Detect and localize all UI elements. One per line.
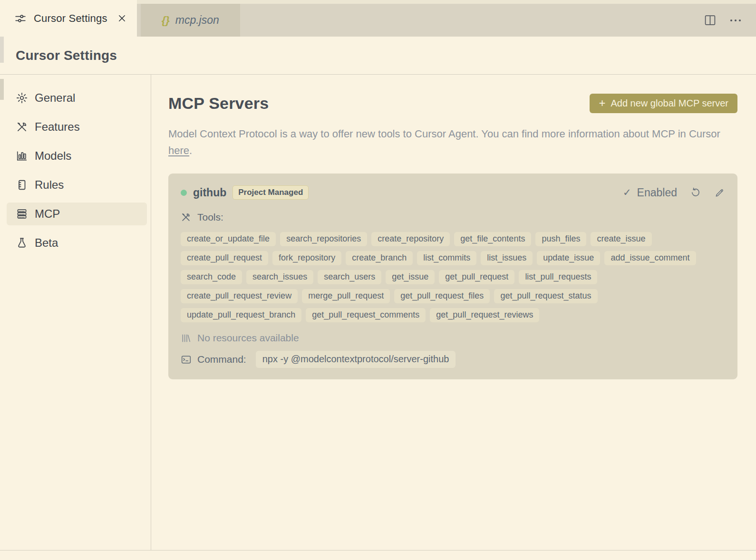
- tab-bar-actions: [704, 4, 756, 37]
- sidebar-item-beta[interactable]: Beta: [7, 232, 147, 254]
- tool-tag: create_pull_request: [181, 251, 268, 265]
- sidebar-item-models[interactable]: Models: [7, 145, 147, 167]
- tool-tag: create_issue: [591, 232, 651, 246]
- command-label: Command:: [197, 354, 246, 365]
- page-title: Cursor Settings: [16, 48, 117, 63]
- more-actions-icon[interactable]: [729, 19, 742, 22]
- rules-doc-icon: [16, 179, 28, 191]
- mcp-server-card: github Project Managed ✓ Enabled: [168, 174, 737, 379]
- settings-sidebar: General Features Models: [0, 75, 151, 550]
- tab-label: Cursor Settings: [34, 12, 107, 25]
- tool-tag: get_pull_request_files: [394, 289, 490, 303]
- sidebar-item-label: Models: [35, 149, 71, 163]
- tool-tag: push_files: [535, 232, 586, 246]
- tool-tag: list_pull_requests: [519, 270, 597, 284]
- sidebar-item-label: General: [35, 91, 75, 105]
- section-description: Model Context Protocol is a way to offer…: [168, 126, 725, 159]
- flask-icon: [16, 237, 28, 249]
- editor-tab-bar: Cursor Settings {} mcp.json: [0, 0, 756, 37]
- check-icon: ✓: [623, 187, 631, 198]
- terminal-icon: [181, 354, 192, 365]
- resources-books-icon: [181, 333, 192, 344]
- enabled-toggle[interactable]: ✓ Enabled: [623, 186, 677, 199]
- sidebar-item-features[interactable]: Features: [7, 116, 147, 138]
- tools-icon: [181, 212, 191, 222]
- tab-mcp-json[interactable]: {} mcp.json: [141, 4, 240, 37]
- tab-cursor-settings[interactable]: Cursor Settings: [0, 0, 137, 37]
- tool-tag: get_pull_request_reviews: [430, 308, 539, 322]
- section-title: MCP Servers: [168, 94, 269, 113]
- sliders-icon: [14, 12, 27, 25]
- split-editor-icon[interactable]: [704, 15, 716, 26]
- tool-tag: update_pull_request_branch: [181, 308, 301, 322]
- tool-tag: update_issue: [537, 251, 600, 265]
- tool-tags: create_or_update_filesearch_repositories…: [181, 232, 725, 322]
- tool-tag: create_branch: [346, 251, 413, 265]
- project-managed-badge: Project Managed: [233, 185, 309, 200]
- edit-pencil-icon[interactable]: [714, 187, 725, 198]
- sidebar-item-general[interactable]: General: [7, 87, 147, 109]
- bottom-divider: [0, 550, 756, 550]
- add-global-mcp-server-button[interactable]: + Add new global MCP server: [590, 94, 737, 113]
- tools-label: Tools:: [197, 212, 223, 223]
- tool-tag: create_or_update_file: [181, 232, 276, 246]
- add-button-label: Add new global MCP server: [611, 98, 728, 109]
- here-link[interactable]: here: [168, 145, 189, 156]
- tool-tag: search_issues: [246, 270, 313, 284]
- tab-label: mcp.json: [175, 14, 219, 27]
- tool-tag: list_commits: [417, 251, 476, 265]
- tool-tag: search_repositories: [280, 232, 367, 246]
- gear-icon: [16, 92, 28, 104]
- tool-tag: get_pull_request: [439, 270, 514, 284]
- tool-tag: get_pull_request_comments: [306, 308, 426, 322]
- enabled-label: Enabled: [637, 186, 677, 199]
- resources-text: No resources available: [197, 332, 299, 344]
- tool-tag: get_issue: [386, 270, 435, 284]
- command-value: npx -y @modelcontextprotocol/server-gith…: [256, 351, 456, 368]
- bar-chart-icon: [16, 150, 28, 162]
- sidebar-item-label: Features: [35, 120, 80, 134]
- tool-tag: merge_pull_request: [302, 289, 390, 303]
- close-icon[interactable]: [117, 14, 126, 23]
- tool-tag: create_repository: [371, 232, 450, 246]
- refresh-icon[interactable]: [690, 187, 701, 198]
- edge-strip: [0, 36, 4, 63]
- tool-tag: list_issues: [481, 251, 533, 265]
- edge-strip: [0, 79, 4, 100]
- plus-icon: +: [599, 97, 605, 109]
- server-stack-icon: [16, 208, 28, 220]
- sidebar-item-rules[interactable]: Rules: [7, 174, 147, 196]
- mcp-settings-panel: MCP Servers + Add new global MCP server …: [151, 75, 756, 550]
- json-braces-icon: {}: [162, 14, 170, 27]
- tool-tag: create_pull_request_review: [181, 289, 298, 303]
- tool-tag: get_pull_request_status: [494, 289, 597, 303]
- sidebar-item-label: Beta: [35, 236, 58, 250]
- sidebar-item-label: MCP: [35, 207, 60, 221]
- server-name: github: [193, 186, 226, 199]
- tool-tag: search_users: [318, 270, 381, 284]
- settings-title-bar: Cursor Settings: [0, 37, 756, 75]
- sidebar-item-label: Rules: [35, 178, 64, 192]
- sidebar-item-mcp[interactable]: MCP: [7, 203, 147, 225]
- tool-tag: get_file_contents: [454, 232, 531, 246]
- tool-tag: search_code: [181, 270, 242, 284]
- tools-icon: [16, 121, 28, 133]
- tool-tag: add_issue_comment: [604, 251, 696, 265]
- tool-tag: fork_repository: [272, 251, 341, 265]
- status-dot: [181, 190, 187, 196]
